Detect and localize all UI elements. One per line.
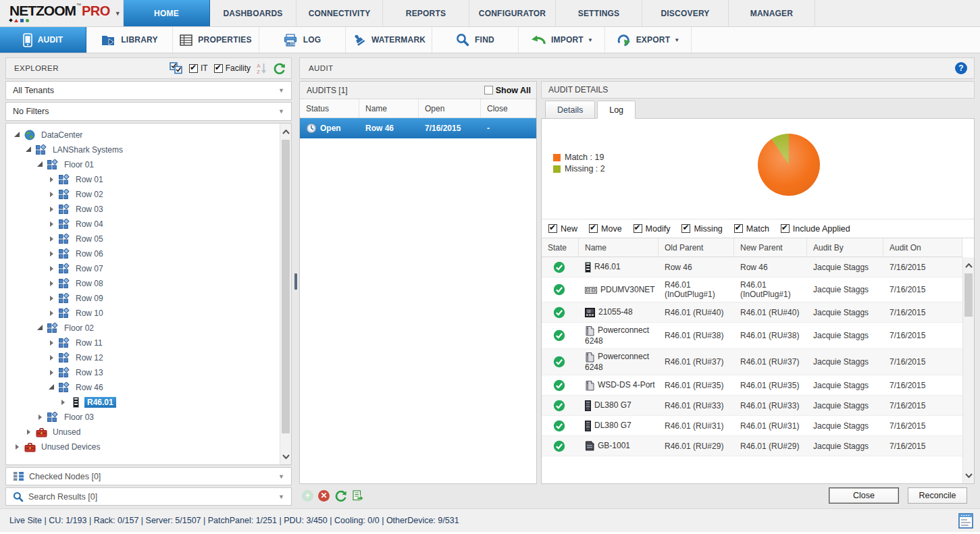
scrollbar-thumb[interactable] (282, 140, 290, 433)
multi-check-icon[interactable] (170, 62, 183, 74)
nav-tab[interactable]: MANAGER (729, 0, 815, 26)
toolbar-button[interactable]: EXPORT ▼ (605, 27, 692, 53)
details-row[interactable]: GB-1001 R46.01 (RU#29) R46.01 (RU#29) Ja… (542, 436, 962, 456)
tree-expander-icon[interactable] (47, 236, 55, 242)
details-row[interactable]: WSD-DS 4-Port R46.01 (RU#35) R46.01 (RU#… (542, 375, 962, 396)
tree-expander-icon[interactable] (47, 386, 55, 390)
tree-node[interactable]: Floor 03 (6, 410, 278, 425)
tree-node[interactable]: R46.01 (6, 395, 278, 410)
tree-expander-icon[interactable] (24, 149, 32, 152)
audit-row[interactable]: Open Row 46 7/16/2015 - (300, 118, 536, 138)
scroll-down-icon[interactable] (280, 450, 292, 463)
filter-checkbox[interactable]: Move (589, 224, 622, 234)
tree-node[interactable]: Row 11 (6, 336, 278, 350)
tree-expander-icon[interactable] (47, 192, 55, 197)
tree-node[interactable]: Unused (6, 425, 278, 439)
tree-expander-icon[interactable] (47, 221, 55, 227)
toolbar-button[interactable]: FIND ▼ (432, 27, 519, 53)
scroll-down-icon[interactable] (963, 469, 974, 482)
refresh-button[interactable] (334, 489, 347, 502)
refresh-icon[interactable] (273, 62, 286, 75)
tree-expander-icon[interactable] (47, 355, 55, 361)
toolbar-button[interactable]: IMPORT ▼ (519, 27, 605, 53)
toolbar-button[interactable]: PROPERTIES ▼ (173, 27, 259, 53)
delete-audit-button[interactable]: ✕ (318, 490, 330, 502)
filter-checkbox[interactable]: Missing (681, 224, 722, 234)
details-tab[interactable]: Details (545, 101, 595, 119)
tree-node[interactable]: Row 13 (6, 365, 278, 380)
tree-node[interactable]: DataCenter (6, 128, 278, 142)
help-icon[interactable]: ? (955, 62, 967, 74)
tenant-dropdown[interactable]: All Tenants ▼ (5, 81, 292, 100)
show-all-checkbox[interactable]: Show All (484, 86, 531, 95)
facility-filter-checkbox[interactable]: Facility (214, 63, 251, 73)
tree-node[interactable]: Row 08 (6, 276, 278, 291)
filter-checkbox[interactable]: Include Applied (781, 224, 850, 234)
tree-expander-icon[interactable] (24, 429, 32, 435)
tree-node[interactable]: Row 07 (6, 261, 278, 276)
nav-tab[interactable]: DASHBOARDS (210, 0, 296, 26)
scroll-up-icon[interactable] (280, 125, 292, 138)
scroll-up-icon[interactable] (963, 259, 974, 272)
column-header[interactable]: Status (300, 99, 359, 117)
export-grid-button[interactable] (352, 490, 363, 502)
column-header[interactable]: Close (481, 99, 536, 117)
nav-tab[interactable]: REPORTS (383, 0, 469, 26)
details-row[interactable]: DL380 G7 R46.01 (RU#33) R46.01 (RU#33) J… (542, 396, 962, 416)
toolbar-button[interactable]: LOG LOG ▼ (259, 27, 346, 53)
tree-node[interactable]: LANShark Systems (6, 142, 278, 157)
tree-node[interactable]: Unused Devices (6, 439, 278, 454)
column-header[interactable]: New Parent (734, 238, 807, 257)
tree-expander-icon[interactable] (47, 177, 55, 182)
tree-expander-icon[interactable] (47, 266, 55, 271)
report-toggle-button[interactable] (958, 513, 973, 529)
toolbar-button[interactable]: AUDIT ▼ (0, 27, 86, 53)
tree-scrollbar[interactable] (280, 124, 291, 464)
toolbar-button[interactable]: WATERMARK ▼ (346, 27, 432, 53)
tree-expander-icon[interactable] (36, 415, 44, 420)
nav-tab[interactable]: CONNECTIVITY (296, 0, 383, 26)
details-row[interactable]: DL380 G7 R46.01 (RU#31) R46.01 (RU#31) J… (542, 416, 962, 436)
tree-node[interactable]: Row 46 (6, 380, 278, 395)
tree-node[interactable]: Row 03 (6, 202, 278, 217)
tree-node[interactable]: Floor 02 (6, 321, 278, 336)
filter-dropdown[interactable]: No Filters ▼ (5, 102, 292, 121)
details-row[interactable]: 1221055-48 R46.01 (RU#40) R46.01 (RU#40)… (542, 302, 962, 323)
tree-node[interactable]: Row 06 (6, 246, 278, 261)
details-row[interactable]: PDUMV30NET R46.01 (InOutPlug#1) R46.01 (… (542, 277, 962, 302)
panel-splitter[interactable] (292, 57, 299, 506)
tree-node[interactable]: Row 05 (6, 232, 278, 246)
tree-node[interactable]: Floor 01 (6, 157, 278, 172)
column-header[interactable]: Old Parent (659, 238, 734, 257)
column-header[interactable]: Name (359, 99, 419, 117)
column-header[interactable]: Audit On (883, 238, 962, 257)
tree-expander-icon[interactable] (59, 400, 67, 405)
details-scrollbar[interactable] (962, 257, 974, 483)
filter-checkbox[interactable]: Modify (634, 224, 671, 234)
tree-node[interactable]: Row 10 (6, 306, 278, 321)
nav-tab[interactable]: HOME (124, 0, 210, 26)
logo-dropdown-icon[interactable]: ▼ (115, 10, 121, 17)
tree-expander-icon[interactable] (47, 340, 55, 346)
column-header[interactable]: Audit By (807, 238, 883, 257)
tree-node[interactable]: Row 12 (6, 350, 278, 365)
column-header[interactable]: State (542, 238, 579, 257)
tree-expander-icon[interactable] (47, 311, 55, 316)
filter-checkbox[interactable]: Match (734, 224, 769, 234)
tree-node[interactable]: Row 09 (6, 291, 278, 306)
tree-expander-icon[interactable] (47, 207, 55, 212)
add-audit-button[interactable]: + (302, 490, 313, 502)
it-filter-checkbox[interactable]: IT (189, 63, 208, 73)
details-row[interactable]: R46.01 Row 46 Row 46 Jacquie Staggs 7/16… (542, 257, 962, 277)
scrollbar-thumb[interactable] (964, 273, 973, 317)
tree-node[interactable]: Row 04 (6, 217, 278, 232)
tree-expander-icon[interactable] (13, 134, 21, 137)
tree-expander-icon[interactable] (36, 163, 44, 167)
tree-expander-icon[interactable] (36, 327, 44, 330)
reconcile-button[interactable]: Reconcile (908, 487, 967, 504)
details-row[interactable]: Powerconnect 6248 R46.01 (RU#37) R46.01 … (542, 349, 962, 375)
close-button[interactable]: Close (829, 487, 899, 504)
filter-checkbox[interactable]: New (548, 224, 577, 234)
toolbar-button[interactable]: LIBRARY ▼ (86, 27, 173, 53)
nav-tab[interactable]: DISCOVERY (642, 0, 729, 26)
